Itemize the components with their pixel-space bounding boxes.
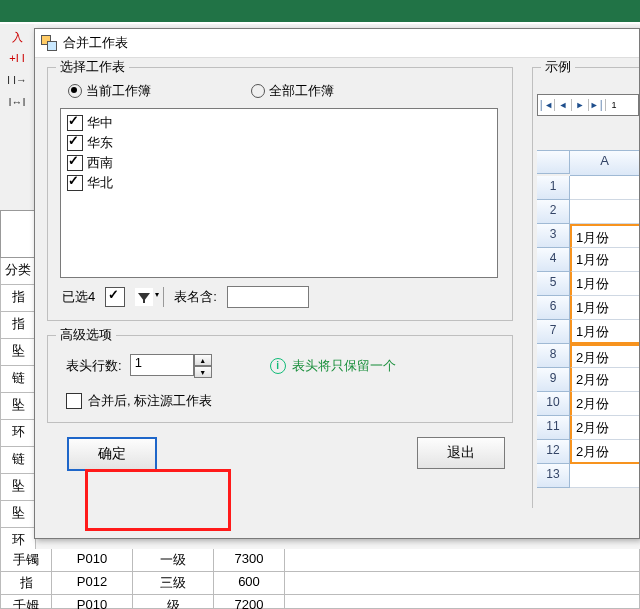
bg-cell: [285, 595, 640, 609]
checkbox-icon[interactable]: [67, 155, 83, 171]
checkbox-icon[interactable]: [67, 115, 83, 131]
gutter-glyph-3: I↔I: [5, 96, 29, 112]
worksheet-name: 华北: [87, 174, 113, 192]
merge-sheets-dialog: 合并工作表 选择工作表 当前工作簿 全部工作簿: [34, 28, 640, 539]
header-rows-value[interactable]: 1: [130, 354, 194, 376]
grid-row-header[interactable]: 2: [537, 200, 570, 224]
grid-row-header[interactable]: 1: [537, 176, 570, 200]
button-label: 确定: [98, 445, 126, 463]
radio-all-workbooks[interactable]: 全部工作簿: [251, 82, 334, 100]
bg-cell: 7200: [214, 595, 285, 609]
grid-row-header[interactable]: 7: [537, 320, 570, 344]
grid-cell[interactable]: 1月份: [570, 224, 639, 248]
bg-cell: 600: [214, 572, 285, 595]
nav-first-button[interactable]: │◄: [538, 98, 554, 112]
bg-cell: 指: [0, 285, 36, 312]
grid-row-header[interactable]: 9: [537, 368, 570, 392]
checkbox-icon[interactable]: [67, 175, 83, 191]
worksheet-listbox[interactable]: 华中 华东 西南 华北: [60, 108, 498, 278]
bg-cell: P010: [52, 549, 133, 572]
select-all-button[interactable]: [105, 287, 125, 307]
grid-row-header[interactable]: 12: [537, 440, 570, 464]
bg-rows-slice: 分类 指 指 坠 链 坠 环 链 坠 坠 环: [0, 258, 36, 555]
annotate-source-checkbox[interactable]: 合并后, 标注源工作表: [66, 392, 500, 410]
worksheet-item[interactable]: 华东: [67, 133, 491, 153]
grid-row-header[interactable]: 5: [537, 272, 570, 296]
grid-cell[interactable]: 2月份: [570, 392, 639, 416]
spinner-down-button[interactable]: ▼: [194, 366, 212, 378]
bg-cell: 坠: [0, 501, 36, 528]
checkbox-icon[interactable]: [66, 393, 82, 409]
grid-cell[interactable]: [570, 464, 639, 488]
gutter-label-insert: 入: [5, 30, 29, 46]
grid-corner[interactable]: [537, 151, 570, 174]
nav-next-button[interactable]: ►: [572, 98, 588, 112]
grid-cell[interactable]: 2月份: [570, 368, 639, 392]
bg-cell: 坠: [0, 474, 36, 501]
bg-cell: 级: [133, 595, 214, 609]
name-contains-label: 表名含:: [174, 288, 217, 306]
worksheet-name: 华中: [87, 114, 113, 132]
radio-label: 全部工作簿: [269, 82, 334, 100]
bg-cell: 指: [0, 572, 52, 595]
bg-cell: 分类: [0, 258, 36, 285]
bg-cell: 链: [0, 447, 36, 474]
checkbox-icon[interactable]: [67, 135, 83, 151]
nav-last-button[interactable]: ►│: [589, 98, 605, 112]
radio-current-workbook[interactable]: 当前工作簿: [68, 82, 151, 100]
example-grid: A 1 2 31月份 41月份 51月份 61月份 71月份 82月份 92月份…: [537, 150, 639, 488]
radio-label: 当前工作簿: [86, 82, 151, 100]
worksheet-item[interactable]: 华北: [67, 173, 491, 193]
gutter-glyph-1: +I I: [5, 52, 29, 68]
grid-cell[interactable]: 2月份: [570, 440, 639, 464]
grid-cell[interactable]: 1月份: [570, 272, 639, 296]
radio-dot-icon: [251, 84, 265, 98]
bg-cell: [285, 572, 640, 595]
checkbox-label: 合并后, 标注源工作表: [88, 392, 212, 410]
grid-row-header[interactable]: 10: [537, 392, 570, 416]
group-legend: 选择工作表: [56, 58, 129, 76]
grid-row-header[interactable]: 6: [537, 296, 570, 320]
grid-row-header[interactable]: 4: [537, 248, 570, 272]
radio-dot-icon: [68, 84, 82, 98]
bg-cell: 链: [0, 366, 36, 393]
bg-header-slice: [0, 210, 38, 258]
grid-cell[interactable]: [570, 200, 639, 224]
bg-cell: 千姆: [0, 595, 52, 609]
bg-cell: 环: [0, 420, 36, 447]
bg-cell: 一级: [133, 549, 214, 572]
grid-cell[interactable]: 1月份: [570, 320, 639, 344]
worksheet-item[interactable]: 华中: [67, 113, 491, 133]
ok-button[interactable]: 确定: [67, 437, 157, 471]
selected-count-label: 已选4: [62, 288, 95, 306]
nav-page-label: 1: [606, 98, 622, 112]
grid-cell[interactable]: [570, 176, 639, 200]
grid-cell[interactable]: 1月份: [570, 296, 639, 320]
grid-col-header-a[interactable]: A: [570, 151, 639, 176]
dialog-titlebar[interactable]: 合并工作表: [35, 29, 639, 58]
grid-row-header[interactable]: 8: [537, 344, 570, 368]
grid-row-header[interactable]: 11: [537, 416, 570, 440]
nav-prev-button[interactable]: ◄: [555, 98, 571, 112]
spinner-up-button[interactable]: ▲: [194, 354, 212, 366]
exit-button[interactable]: 退出: [417, 437, 505, 469]
bg-cell: P012: [52, 572, 133, 595]
grid-row-header[interactable]: 13: [537, 464, 570, 488]
filter-button[interactable]: ▾: [135, 288, 153, 306]
grid-cell[interactable]: 2月份: [570, 416, 639, 440]
check-icon: [108, 290, 122, 304]
header-rows-spinner[interactable]: 1 ▲ ▼: [130, 354, 212, 378]
bg-cell: 坠: [0, 393, 36, 420]
divider: [163, 287, 164, 307]
grid-cell[interactable]: 1月份: [570, 248, 639, 272]
bg-cell: [285, 549, 640, 572]
name-contains-input[interactable]: [227, 286, 309, 308]
example-nav: │◄ ◄ ► ►│ 1: [537, 94, 639, 116]
annotation-highlight: [85, 469, 231, 531]
bg-cell: 坠: [0, 339, 36, 366]
grid-cell[interactable]: 2月份: [570, 344, 639, 368]
ribbon-separator: [0, 22, 640, 24]
grid-row-header[interactable]: 3: [537, 224, 570, 248]
worksheet-item[interactable]: 西南: [67, 153, 491, 173]
bg-cell: P010: [52, 595, 133, 609]
